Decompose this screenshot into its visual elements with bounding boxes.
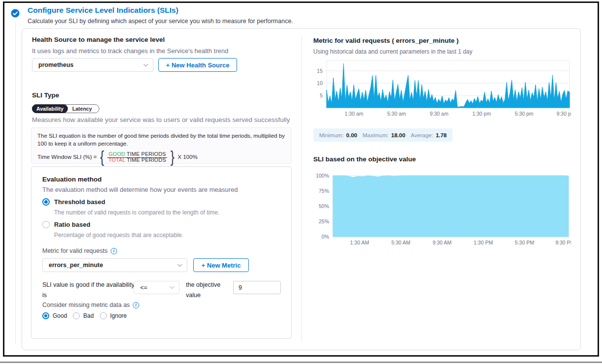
step-complete-check-icon [11,9,20,18]
chevron-down-icon [169,286,175,289]
ratio-based-description: Percentage of good requests that are acc… [54,232,183,239]
sli-type-toggle[interactable]: Availability Latency [32,104,99,113]
svg-text:75%: 75% [319,188,329,194]
column-divider [301,36,302,342]
sli-type-option-latency[interactable]: Latency [68,106,96,112]
ignore-radio[interactable] [100,312,107,319]
threshold-based-description: The number of valid requests is compared… [54,209,219,216]
equation-suffix: X 100% [178,154,197,160]
page-subtitle: Calculate your SLI by defining which asp… [28,18,293,25]
metric-stats-chip: Minimum: 0.00 Maximum: 18.00 Average: 1.… [313,128,452,142]
health-source-selected-value: prometheus [38,61,74,68]
sli-equation-formula: Time Window SLI (%) = { GOOD TIME PERIOD… [37,149,285,165]
info-icon[interactable] [111,248,117,254]
svg-text:25%: 25% [319,218,329,224]
svg-text:5: 5 [320,92,323,98]
stat-average: Average: 1.78 [411,132,447,138]
svg-text:15: 15 [317,68,323,74]
sli-equation-text: The SLI equation is the number of good t… [37,132,285,148]
sli-condition-suffix: the objective value [186,280,231,301]
slo-configuration-page: Configure Service Level Indicatiors (SLI… [0,0,602,364]
ratio-based-radio[interactable] [42,221,50,228]
metric-timeseries-chart: 510151:30 am5:30 am9:30 am1:30 pm5:30 pm… [310,59,571,118]
sli-chart-title: SLI based on the objective value [313,155,416,163]
health-source-select[interactable]: prometheus [32,58,153,72]
evaluation-method-description: The evaluation method will determine how… [42,186,238,193]
metric-for-valid-requests-label: Metric for valid requests [42,247,117,254]
metric-chart-title: Metric for valid requests ( errors_per_m… [313,37,459,44]
equation-fraction: GOOD TIME PERIODS TOTAL TIME PERIODS [107,151,168,163]
svg-text:9:30 am: 9:30 am [430,111,449,117]
evaluation-method-box: Evaluation method The evaluation method … [31,166,292,339]
operator-selected-value: <= [140,284,148,291]
stat-minimum: Minimum: 0.00 [319,132,357,138]
svg-text:0%: 0% [322,234,329,240]
metric-selected-value: errors_per_minute [49,262,103,269]
ratio-based-option[interactable]: Ratio based [42,221,90,228]
objective-value-input[interactable] [233,281,281,294]
svg-text:50%: 50% [319,203,329,209]
missing-metric-data-label: Consider missing metric data as [42,302,139,308]
operator-select[interactable]: <= [134,281,180,294]
svg-text:100%: 100% [316,173,329,179]
threshold-based-label: Threshold based [54,198,105,206]
left-brace: { [100,149,104,165]
sli-objective-chart: 0%25%50%75%100%1:30 AM5:30 AM9:30 AM1:30… [310,173,571,247]
new-health-source-button[interactable]: + New Health Source [158,58,237,72]
stepper-connector-line [15,22,16,344]
svg-text:1:30 PM: 1:30 PM [474,240,493,245]
svg-text:5:30 pm: 5:30 pm [515,111,534,117]
equation-prefix: Time Window SLI (%) = [37,154,97,160]
svg-text:5:30 am: 5:30 am [387,111,406,117]
svg-text:9:30 PM: 9:30 PM [555,240,571,245]
missing-option-bad[interactable]: Bad [73,312,93,319]
svg-text:1:30 am: 1:30 am [345,111,363,117]
health-source-description: It uses logs and metrics to track change… [32,47,228,55]
svg-text:1:30 pm: 1:30 pm [472,111,491,117]
bad-radio[interactable] [73,312,80,319]
good-radio[interactable] [42,312,49,319]
missing-data-options: Good Bad Ignore [42,312,127,319]
page-title: Configure Service Level Indicatiors (SLI… [28,6,179,15]
svg-text:9:30 AM: 9:30 AM [433,240,452,245]
chevron-down-icon [143,63,149,67]
right-brace: } [171,149,175,165]
health-source-label: Health Source to manage the service leve… [32,36,165,43]
evaluation-method-label: Evaluation method [42,176,102,183]
sli-type-option-availability[interactable]: Availability [32,104,68,113]
fraction-denominator: TOTAL TIME PERIODS [108,156,166,163]
new-metric-button[interactable]: + New Metric [193,258,249,272]
missing-option-ignore[interactable]: Ignore [100,312,127,319]
info-icon[interactable] [133,302,139,308]
valid-requests-metric-select[interactable]: errors_per_minute [42,258,187,272]
svg-text:9:30 pm: 9:30 pm [557,111,571,117]
missing-option-good[interactable]: Good [42,312,67,319]
threshold-based-option[interactable]: Threshold based [42,198,105,206]
svg-text:10: 10 [317,80,323,86]
sli-type-label: SLI Type [32,91,59,99]
metric-chart-subtitle: Using historical data and current parame… [313,48,473,55]
sli-equation-panel: The SLI equation is the number of good t… [31,127,292,164]
sli-condition-prefix: SLI value is good if the availability is [42,280,141,301]
threshold-based-radio[interactable] [42,198,50,206]
chevron-down-icon [177,264,182,267]
ratio-based-label: Ratio based [54,221,90,228]
sli-type-description: Measures how available your service was … [32,116,298,123]
stat-maximum: Maximum: 18.00 [362,132,405,138]
svg-text:5:30 PM: 5:30 PM [515,240,534,245]
bottom-edge-line [0,362,602,363]
svg-text:5:30 AM: 5:30 AM [391,240,411,245]
svg-text:1:30 AM: 1:30 AM [350,240,369,245]
sli-config-card: Health Source to manage the service leve… [22,28,581,350]
